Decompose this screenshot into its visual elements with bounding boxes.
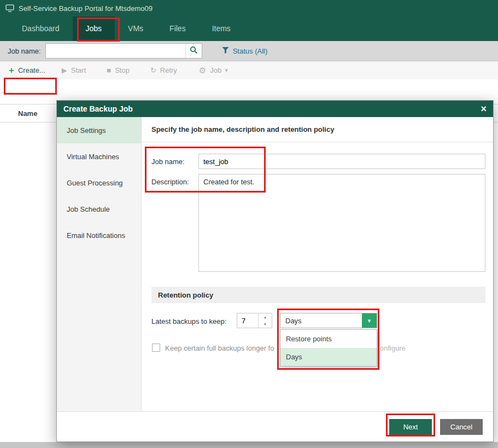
tab-vms[interactable]: VMs (115, 16, 156, 41)
tab-files[interactable]: Files (156, 16, 199, 41)
arrow-down-icon: ▼ (263, 323, 267, 326)
dialog-body: Job Settings Virtual Machines Guest Proc… (57, 117, 493, 411)
stop-button[interactable]: ■ Stop (107, 67, 130, 74)
plus-icon: + (9, 66, 14, 75)
tab-items[interactable]: Items (199, 16, 244, 41)
backups-to-keep-input[interactable] (237, 313, 258, 328)
retry-icon: ↻ (150, 67, 156, 74)
close-icon[interactable]: × (479, 104, 488, 114)
job-name-input[interactable] (198, 154, 485, 169)
cancel-button[interactable]: Cancel (440, 419, 483, 435)
status-filter-label: Status (All) (233, 47, 268, 55)
retention-unit-dropdown-list: Restore points Days (280, 329, 377, 366)
status-filter[interactable]: Status (All) (222, 46, 268, 56)
step-virtual-machines[interactable]: Virtual Machines (57, 143, 141, 170)
option-days[interactable]: Days (280, 348, 377, 366)
annotation-box-create-button (4, 78, 57, 95)
step-job-schedule[interactable]: Job Schedule (57, 196, 141, 222)
job-name-filter-label: Job name: (8, 47, 41, 55)
chevron-down-icon: ▾ (225, 67, 228, 74)
spin-up-button[interactable]: ▲ (259, 313, 272, 321)
step-email-notifications[interactable]: Email Notifications (57, 222, 141, 248)
select-dropdown-button[interactable]: ▾ (362, 313, 377, 328)
portal-icon (5, 4, 14, 12)
dialog-title: Create Backup Job (63, 104, 479, 113)
keep-full-backups-checkbox[interactable] (152, 344, 160, 352)
job-name-search-box (45, 43, 202, 59)
latest-backups-label: Latest backups to keep: (151, 317, 226, 325)
keep-full-backups-label: Keep certain full backups longer fo (165, 344, 280, 352)
job-name-search-input[interactable] (46, 44, 185, 58)
app-title: Self-Service Backup Portal for Mtsdemo09 (19, 4, 153, 13)
backups-to-keep-stepper: ▲ ▼ (237, 313, 272, 328)
search-icon (190, 46, 198, 56)
horizontal-scrollbar-track[interactable] (0, 442, 498, 448)
create-backup-job-dialog: Create Backup Job × Job Settings Virtual… (56, 100, 494, 442)
stop-icon: ■ (107, 67, 111, 74)
retry-button[interactable]: ↻ Retry (150, 67, 177, 74)
column-header-name[interactable]: Name (18, 109, 37, 118)
configure-link[interactable]: onfigure (380, 344, 406, 352)
start-button[interactable]: ▶ Start (62, 67, 86, 74)
jobs-toolbar: + Create... ▶ Start ■ Stop ↻ Retry ⚙ Job… (0, 61, 498, 79)
create-button[interactable]: + Create... (9, 66, 45, 75)
gear-icon: ⚙ (199, 66, 206, 74)
description-textarea[interactable]: Created for test. (198, 174, 485, 272)
spin-down-button[interactable]: ▼ (259, 321, 272, 328)
job-name-label: Job name: (151, 158, 185, 166)
play-icon: ▶ (62, 67, 67, 74)
job-menu-button[interactable]: ⚙ Job ▾ (199, 66, 228, 74)
retention-unit-select[interactable]: Days ▾ (280, 313, 377, 328)
filter-funnel-icon (222, 46, 229, 56)
step-heading: Specify the job name, description and re… (142, 117, 493, 142)
step-guest-processing[interactable]: Guest Processing (57, 170, 141, 196)
option-restore-points[interactable]: Restore points (280, 330, 377, 348)
step-job-settings[interactable]: Job Settings (57, 117, 141, 143)
app-header: Self-Service Backup Portal for Mtsdemo09 (0, 0, 498, 16)
tab-dashboard[interactable]: Dashboard (9, 16, 73, 41)
next-button[interactable]: Next (389, 419, 432, 435)
dialog-step-nav: Job Settings Virtual Machines Guest Proc… (57, 117, 142, 411)
arrow-up-icon: ▲ (263, 316, 267, 319)
dialog-footer: Next Cancel (57, 411, 493, 441)
main-nav: Dashboard Jobs VMs Files Items (0, 16, 498, 41)
filter-bar: Job name: Status (All) (0, 41, 498, 61)
tab-jobs[interactable]: Jobs (73, 16, 115, 41)
stepper-buttons: ▲ ▼ (258, 313, 272, 328)
chevron-down-icon: ▾ (368, 317, 371, 324)
retention-policy-header: Retention policy (151, 287, 485, 303)
search-button[interactable] (185, 44, 202, 58)
dialog-title-bar: Create Backup Job × (57, 101, 493, 117)
description-label: Description: (151, 178, 189, 186)
retention-unit-value: Days (280, 313, 362, 328)
dialog-content: Specify the job name, description and re… (142, 117, 493, 411)
